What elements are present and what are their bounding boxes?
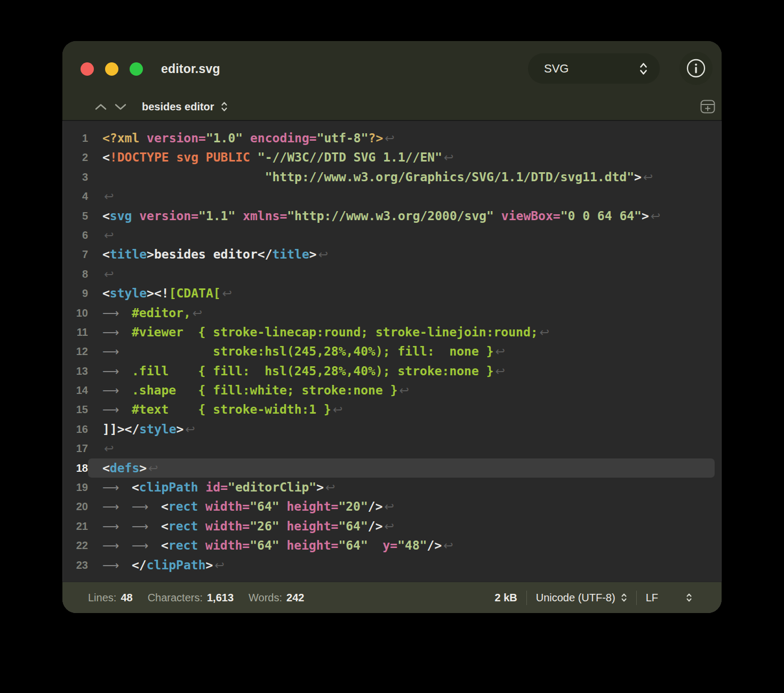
return-mark-icon: ↩ xyxy=(104,190,114,203)
return-mark-icon: ↩ xyxy=(495,345,505,358)
navigation-bar: besides editor xyxy=(62,96,722,120)
window-title: editor.svg xyxy=(161,62,220,76)
return-mark-icon: ↩ xyxy=(214,559,224,572)
line-ending-value: LF xyxy=(646,592,658,604)
minimize-button[interactable] xyxy=(105,62,118,76)
line-number: 22 xyxy=(62,536,88,555)
line-number: 7 xyxy=(62,245,88,264)
code-line-13[interactable]: 13⟶.fill { fill: hsl(245,28%,40%); strok… xyxy=(62,361,722,381)
code-line-2[interactable]: 2<!DOCTYPE svg PUBLIC "-//W3C//DTD SVG 1… xyxy=(62,148,722,167)
chevron-updown-icon xyxy=(221,101,228,112)
code-line-9[interactable]: 9<style><![CDATA[↩ xyxy=(62,284,722,303)
return-mark-icon: ↩ xyxy=(104,268,114,281)
code-line-1[interactable]: 1<?xml version="1.0" encoding="utf-8"?>↩ xyxy=(62,128,722,148)
code-line-3[interactable]: 3 "http://www.w3.org/Graphics/SVG/1.1/DT… xyxy=(62,167,722,187)
info-button[interactable] xyxy=(679,52,713,85)
lines-count: Lines: 48 xyxy=(88,592,133,604)
line-number: 16 xyxy=(62,420,88,439)
line-number: 8 xyxy=(62,264,88,284)
code-line-text: <defs>↩ xyxy=(88,458,715,478)
code-area[interactable]: 1<?xml version="1.0" encoding="utf-8"?>↩… xyxy=(62,121,722,582)
code-line-text: ↩ xyxy=(88,225,715,245)
code-line-text: ⟶</clipPath>↩ xyxy=(88,555,715,575)
code-line-12[interactable]: 12⟶ stroke:hsl(245,28%,40%); fill: none … xyxy=(62,342,722,361)
code-line-5[interactable]: 5<svg version="1.1" xmlns="http://www.w3… xyxy=(62,206,722,225)
line-ending-popup[interactable]: LF xyxy=(646,592,692,604)
return-mark-icon: ↩ xyxy=(651,209,660,223)
tab-arrow-icon: ⟶ xyxy=(102,400,132,420)
chevron-updown-icon xyxy=(686,592,692,603)
code-line-text: ⟶#text { stroke-width:1 }↩ xyxy=(88,400,715,419)
code-line-text: ⟶#viewer { stroke-linecap:round; stroke-… xyxy=(88,323,715,342)
outline-popup[interactable]: besides editor xyxy=(142,101,228,113)
code-line-14[interactable]: 14⟶.shape { fill:white; stroke:none }↩ xyxy=(62,381,722,400)
code-line-6[interactable]: 6↩ xyxy=(62,225,722,245)
line-number: 17 xyxy=(62,439,88,458)
line-number: 9 xyxy=(62,284,88,303)
code-line-text: ⟶.fill { fill: hsl(245,28%,40%); stroke:… xyxy=(88,361,715,381)
code-line-19[interactable]: 19⟶<clipPath id="editorClip">↩ xyxy=(62,478,722,497)
file-size: 2 kB xyxy=(494,592,517,604)
window-header: editor.svg SVG xyxy=(62,41,722,121)
line-number: 4 xyxy=(62,187,88,206)
zoom-button[interactable] xyxy=(130,62,143,76)
tab-arrow-icon: ⟶ xyxy=(132,536,161,555)
code-line-text: ↩ xyxy=(88,439,715,458)
code-line-text: ⟶#editor,↩ xyxy=(88,303,715,323)
traffic-lights xyxy=(62,62,143,76)
return-mark-icon: ↩ xyxy=(222,287,232,300)
return-mark-icon: ↩ xyxy=(384,520,394,533)
divider xyxy=(636,591,637,605)
line-number: 1 xyxy=(62,128,88,148)
return-mark-icon: ↩ xyxy=(148,462,158,475)
line-number: 18 xyxy=(62,458,88,478)
code-line-16[interactable]: 16]]></style>↩ xyxy=(62,420,722,439)
code-line-8[interactable]: 8↩ xyxy=(62,264,722,284)
return-mark-icon: ↩ xyxy=(193,307,202,320)
status-bar: Lines: 48 Characters: 1,613 Words: 242 2… xyxy=(62,582,722,613)
line-number: 11 xyxy=(62,323,88,342)
statusbar-right: 2 kB Unicode (UTF-8) LF xyxy=(494,591,692,605)
tab-arrow-icon: ⟶ xyxy=(102,556,132,575)
code-line-23[interactable]: 23⟶</clipPath>↩ xyxy=(62,555,722,575)
line-number: 3 xyxy=(62,167,88,187)
chevron-down-icon[interactable] xyxy=(114,103,127,111)
line-number: 13 xyxy=(62,361,88,381)
code-line-11[interactable]: 11⟶#viewer { stroke-linecap:round; strok… xyxy=(62,323,722,342)
lines-label: Lines: xyxy=(88,592,116,604)
return-mark-icon: ↩ xyxy=(325,481,335,494)
code-line-20[interactable]: 20⟶⟶<rect width="64" height="20"/>↩ xyxy=(62,497,722,516)
chevron-up-icon[interactable] xyxy=(94,103,107,111)
characters-count: Characters: 1,613 xyxy=(148,592,234,604)
tab-arrow-icon: ⟶ xyxy=(102,517,132,536)
encoding-popup[interactable]: Unicode (UTF-8) xyxy=(536,592,627,604)
code-line-text: ⟶⟶<rect width="26" height="64"/>↩ xyxy=(88,517,715,536)
code-line-text: <svg version="1.1" xmlns="http://www.w3.… xyxy=(88,206,715,225)
code-line-15[interactable]: 15⟶#text { stroke-width:1 }↩ xyxy=(62,400,722,419)
tab-arrow-icon: ⟶ xyxy=(102,304,132,323)
line-number: 10 xyxy=(62,303,88,323)
code-line-text: ⟶⟶<rect width="64" height="20"/>↩ xyxy=(88,497,715,516)
info-icon xyxy=(685,58,707,79)
code-line-21[interactable]: 21⟶⟶<rect width="26" height="64"/>↩ xyxy=(62,517,722,536)
split-editor-button[interactable] xyxy=(698,98,717,115)
tab-arrow-icon: ⟶ xyxy=(102,323,132,342)
code-line-7[interactable]: 7<title>besides editor</title>↩ xyxy=(62,245,722,264)
line-number: 2 xyxy=(62,148,88,167)
code-line-text: ⟶.shape { fill:white; stroke:none }↩ xyxy=(88,381,715,400)
code-line-17[interactable]: 17↩ xyxy=(62,439,722,458)
line-number: 14 xyxy=(62,381,88,400)
code-line-10[interactable]: 10⟶#editor,↩ xyxy=(62,303,722,323)
syntax-style-popup[interactable]: SVG xyxy=(528,53,660,84)
code-line-22[interactable]: 22⟶⟶<rect width="64" height="64" y="48"/… xyxy=(62,536,722,555)
code-line-text: ⟶ stroke:hsl(245,28%,40%); fill: none }↩ xyxy=(88,342,715,361)
coteditor-window: editor.svg SVG xyxy=(62,41,722,613)
line-number: 12 xyxy=(62,342,88,361)
chevron-updown-icon xyxy=(621,592,627,603)
return-mark-icon: ↩ xyxy=(185,423,195,436)
close-button[interactable] xyxy=(81,62,94,76)
line-number: 15 xyxy=(62,400,88,419)
code-line-18[interactable]: 18<defs>↩ xyxy=(62,458,722,478)
code-line-4[interactable]: 4↩ xyxy=(62,187,722,206)
encoding-value: Unicode (UTF-8) xyxy=(536,592,615,604)
